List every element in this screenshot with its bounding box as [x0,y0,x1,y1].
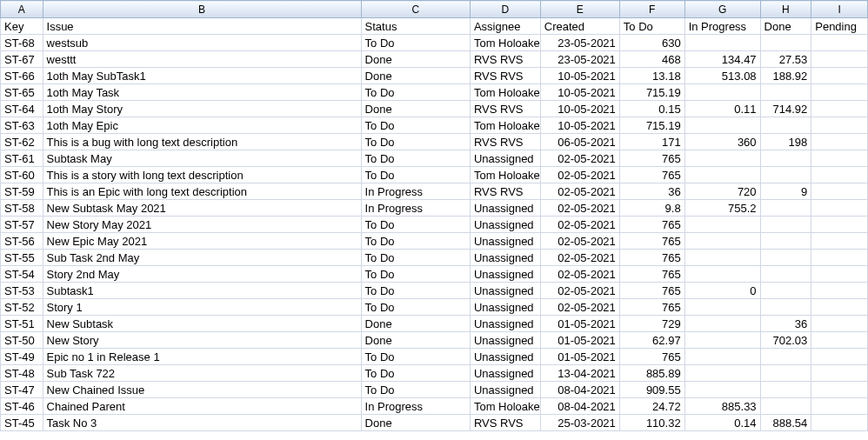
cell-todo[interactable]: 0.15 [619,101,684,117]
cell-done[interactable]: 9 [760,183,811,200]
cell-key[interactable]: ST-52 [1,299,43,316]
cell-todo[interactable]: 765 [619,217,684,233]
cell-created[interactable]: 02-05-2021 [540,250,619,266]
cell-status-header[interactable]: Status [361,18,470,35]
cell-status[interactable]: To Do [361,84,470,101]
cell-pending[interactable] [811,150,868,167]
cell-status[interactable]: Done [361,415,470,431]
cell-status[interactable]: In Progress [361,183,470,200]
cell-done[interactable] [760,250,811,266]
cell-created[interactable]: 13-04-2021 [540,365,619,382]
cell-done[interactable]: 888.54 [760,415,811,431]
cell-created[interactable]: 02-05-2021 [540,200,619,217]
cell-pending[interactable] [811,332,868,349]
cell-status[interactable]: To Do [361,283,470,299]
cell-created[interactable]: 02-05-2021 [540,167,619,183]
cell-assignee[interactable]: Unassigned [470,150,540,167]
cell-assignee[interactable]: RVS RVS [470,51,540,68]
cell-todo[interactable]: 24.72 [619,398,684,415]
cell-created[interactable]: 23-05-2021 [540,51,619,68]
cell-key[interactable]: ST-47 [1,382,43,398]
cell-key[interactable]: ST-54 [1,266,43,283]
cell-assignee[interactable]: Unassigned [470,332,540,349]
cell-pending[interactable] [811,183,868,200]
cell-done[interactable] [760,233,811,250]
cell-status[interactable]: Done [361,332,470,349]
cell-todo[interactable]: 9.8 [619,200,684,217]
cell-key[interactable]: ST-51 [1,316,43,332]
cell-inprogress[interactable] [684,332,760,349]
cell-assignee[interactable]: Tom Holoake [470,398,540,415]
cell-created[interactable]: 02-05-2021 [540,266,619,283]
cell-done[interactable]: 188.92 [760,68,811,84]
cell-assignee[interactable]: Unassigned [470,200,540,217]
cell-key[interactable]: ST-60 [1,167,43,183]
cell-assignee[interactable]: Tom Holoake [470,167,540,183]
cell-key[interactable]: ST-55 [1,250,43,266]
cell-issue[interactable]: New Subtask [43,316,361,332]
cell-status[interactable]: To Do [361,233,470,250]
cell-created[interactable]: 02-05-2021 [540,299,619,316]
cell-status[interactable]: To Do [361,365,470,382]
cell-status[interactable]: Done [361,68,470,84]
cell-inprogress[interactable] [684,316,760,332]
column-header-i[interactable]: I [811,1,868,18]
cell-assignee[interactable]: Unassigned [470,217,540,233]
cell-created[interactable]: 02-05-2021 [540,150,619,167]
cell-assignee[interactable]: Tom Holoake [470,117,540,134]
cell-pending[interactable] [811,349,868,365]
cell-created[interactable]: 10-05-2021 [540,84,619,101]
cell-created[interactable]: 02-05-2021 [540,283,619,299]
cell-pending[interactable] [811,51,868,68]
cell-pending[interactable] [811,266,868,283]
cell-created[interactable]: 02-05-2021 [540,217,619,233]
cell-todo[interactable]: 765 [619,233,684,250]
cell-key[interactable]: ST-59 [1,183,43,200]
column-header-d[interactable]: D [470,1,540,18]
cell-status[interactable]: To Do [361,217,470,233]
cell-todo[interactable]: 765 [619,167,684,183]
cell-inprogress[interactable] [684,233,760,250]
cell-key[interactable]: ST-61 [1,150,43,167]
cell-pending[interactable] [811,316,868,332]
cell-issue[interactable]: New Subtask May 2021 [43,200,361,217]
cell-todo[interactable]: 765 [619,250,684,266]
cell-status[interactable]: To Do [361,250,470,266]
cell-issue[interactable]: This is a bug with long text description [43,134,361,150]
cell-inprogress[interactable]: 885.33 [684,398,760,415]
cell-key[interactable]: ST-66 [1,68,43,84]
cell-pending[interactable] [811,68,868,84]
cell-done[interactable] [760,167,811,183]
cell-assignee[interactable]: Unassigned [470,283,540,299]
cell-key[interactable]: ST-63 [1,117,43,134]
cell-key[interactable]: ST-45 [1,415,43,431]
cell-status[interactable]: In Progress [361,200,470,217]
cell-done-header[interactable]: Done [760,18,811,35]
cell-todo[interactable]: 13.18 [619,68,684,84]
column-header-a[interactable]: A [1,1,43,18]
cell-assignee[interactable]: Unassigned [470,349,540,365]
cell-assignee[interactable]: RVS RVS [470,68,540,84]
cell-key[interactable]: ST-58 [1,200,43,217]
cell-created-header[interactable]: Created [540,18,619,35]
cell-assignee[interactable]: RVS RVS [470,183,540,200]
cell-created[interactable]: 01-05-2021 [540,332,619,349]
cell-done[interactable]: 36 [760,316,811,332]
cell-key[interactable]: ST-46 [1,398,43,415]
cell-status[interactable]: To Do [361,167,470,183]
cell-issue[interactable]: westtt [43,51,361,68]
cell-inprogress[interactable]: 0.14 [684,415,760,431]
cell-pending-header[interactable]: Pending [811,18,868,35]
cell-inprogress[interactable] [684,382,760,398]
cell-assignee[interactable]: RVS RVS [470,134,540,150]
cell-status[interactable]: In Progress [361,398,470,415]
column-header-g[interactable]: G [684,1,760,18]
cell-issue[interactable]: Epic no 1 in Release 1 [43,349,361,365]
cell-assignee[interactable]: Unassigned [470,382,540,398]
cell-key[interactable]: ST-57 [1,217,43,233]
cell-inprogress[interactable] [684,365,760,382]
column-header-b[interactable]: B [43,1,361,18]
cell-pending[interactable] [811,200,868,217]
cell-issue[interactable]: New Epic May 2021 [43,233,361,250]
cell-done[interactable] [760,382,811,398]
